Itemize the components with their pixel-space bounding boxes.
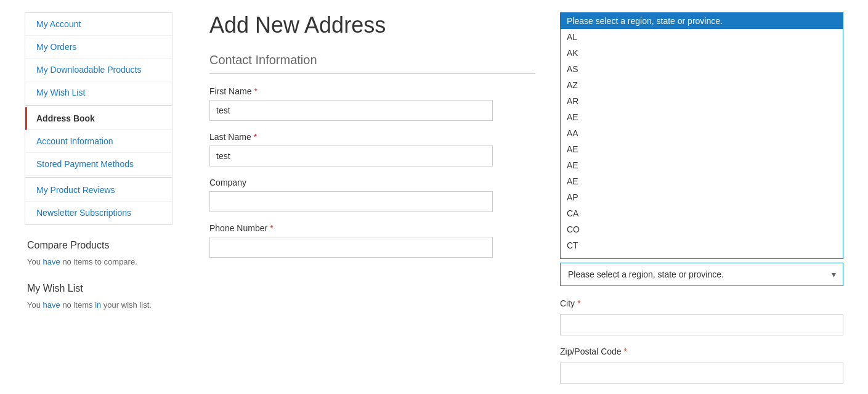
state-option-de[interactable]: DE bbox=[561, 253, 843, 259]
state-select[interactable]: Please select a region, state or provinc… bbox=[560, 263, 843, 286]
city-group: City* bbox=[560, 298, 843, 335]
phone-label: Phone Number* bbox=[209, 223, 535, 233]
first-name-group: First Name* bbox=[209, 86, 535, 121]
first-name-label: First Name* bbox=[209, 86, 535, 96]
sidebar-item-my-orders[interactable]: My Orders bbox=[25, 36, 172, 59]
state-option-ae[interactable]: AE bbox=[561, 157, 843, 173]
last-name-label: Last Name* bbox=[209, 132, 535, 142]
first-name-required: * bbox=[254, 86, 257, 96]
state-option-ae[interactable]: AE bbox=[561, 141, 843, 157]
state-option-al[interactable]: AL bbox=[561, 29, 843, 45]
first-name-input[interactable] bbox=[209, 100, 493, 121]
sidebar-item-stored-payment-methods[interactable]: Stored Payment Methods bbox=[25, 153, 172, 176]
zip-label: Zip/Postal Code* bbox=[560, 347, 843, 356]
sidebar-item-my-wish-list[interactable]: My Wish List bbox=[25, 81, 172, 104]
right-panel: Please select a region, state or provinc… bbox=[560, 12, 843, 394]
nav-divider bbox=[25, 105, 172, 106]
wish-list-link2[interactable]: in bbox=[95, 300, 101, 310]
wish-list-text: You have no items in your wish list. bbox=[27, 299, 170, 311]
sidebar-item-my-account[interactable]: My Account bbox=[25, 13, 172, 36]
state-option-aa[interactable]: AA bbox=[561, 125, 843, 141]
sidebar-item-newsletter-subscriptions[interactable]: Newsletter Subscriptions bbox=[25, 202, 172, 224]
city-input[interactable] bbox=[560, 314, 843, 335]
city-required: * bbox=[577, 298, 580, 308]
state-option-ae[interactable]: AE bbox=[561, 173, 843, 189]
state-option-ak[interactable]: AK bbox=[561, 45, 843, 61]
sidebar-item-account-information[interactable]: Account Information bbox=[25, 130, 172, 153]
compare-products-section: Compare Products You have no items to co… bbox=[25, 240, 172, 268]
phone-group: Phone Number* bbox=[209, 223, 535, 258]
sidebar-item-my-product-reviews[interactable]: My Product Reviews bbox=[25, 179, 172, 202]
last-name-input[interactable] bbox=[209, 146, 493, 166]
sidebar-item-address-book[interactable]: Address Book bbox=[25, 107, 172, 130]
state-option-placeholder[interactable]: Please select a region, state or provinc… bbox=[561, 13, 843, 29]
wish-list-sidebar-title: My Wish List bbox=[27, 283, 170, 294]
state-dropdown-list[interactable]: Please select a region, state or provinc… bbox=[560, 12, 843, 259]
city-label: City* bbox=[560, 298, 843, 308]
wish-list-link1[interactable]: have bbox=[43, 300, 60, 310]
zip-input[interactable] bbox=[560, 363, 843, 384]
compare-products-text: You have no items to compare. bbox=[27, 256, 170, 268]
company-label: Company bbox=[209, 178, 535, 187]
main-content: Add New Address Contact Information Firs… bbox=[197, 12, 535, 394]
state-option-ap[interactable]: AP bbox=[561, 189, 843, 205]
company-input[interactable] bbox=[209, 191, 493, 212]
zip-required: * bbox=[624, 347, 627, 356]
state-option-ct[interactable]: CT bbox=[561, 237, 843, 253]
sidebar-item-my-downloadable-products[interactable]: My Downloadable Products bbox=[25, 59, 172, 81]
wish-list-section: My Wish List You have no items in your w… bbox=[25, 283, 172, 311]
zip-group: Zip/Postal Code* bbox=[560, 347, 843, 384]
last-name-required: * bbox=[254, 132, 257, 142]
sidebar-navigation: My AccountMy OrdersMy Downloadable Produ… bbox=[25, 12, 172, 225]
compare-products-link[interactable]: have bbox=[43, 257, 60, 266]
state-option-as[interactable]: AS bbox=[561, 61, 843, 77]
company-group: Company bbox=[209, 178, 535, 212]
nav-divider bbox=[25, 177, 172, 178]
compare-products-title: Compare Products bbox=[27, 240, 170, 251]
state-option-ca[interactable]: CA bbox=[561, 205, 843, 221]
state-option-ar[interactable]: AR bbox=[561, 93, 843, 109]
phone-required: * bbox=[270, 223, 273, 233]
phone-input[interactable] bbox=[209, 237, 493, 258]
contact-information-title: Contact Information bbox=[209, 53, 535, 74]
state-option-ae[interactable]: AE bbox=[561, 109, 843, 125]
state-option-co[interactable]: CO bbox=[561, 221, 843, 237]
state-select-wrapper[interactable]: Please select a region, state or provinc… bbox=[560, 263, 843, 286]
last-name-group: Last Name* bbox=[209, 132, 535, 166]
sidebar: My AccountMy OrdersMy Downloadable Produ… bbox=[25, 12, 172, 394]
page-title: Add New Address bbox=[209, 12, 535, 38]
state-option-az[interactable]: AZ bbox=[561, 77, 843, 93]
